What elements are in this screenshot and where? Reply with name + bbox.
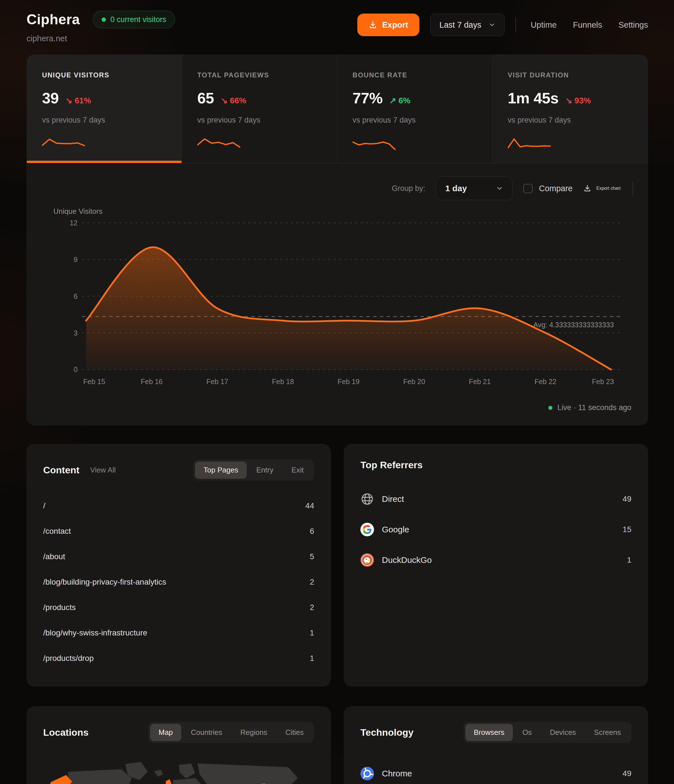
map-canada (68, 769, 132, 784)
map-iceland (154, 770, 163, 777)
referrer-count: 15 (623, 525, 631, 534)
download-icon (369, 20, 377, 29)
svg-text:Feb 18: Feb 18 (272, 378, 294, 386)
nav-uptime[interactable]: Uptime (531, 20, 557, 30)
locations-panel: Locations Map Countries Regions Cities (26, 706, 331, 784)
stat-value: 77% (353, 89, 383, 107)
page-path: /products/drop (43, 654, 94, 663)
svg-text:Feb 21: Feb 21 (469, 378, 491, 386)
date-range-select[interactable]: Last 7 days (430, 14, 505, 36)
stat-card-unique-visitors[interactable]: UNIQUE VISITORS 39 ↘ 61% vs previous 7 d… (27, 55, 182, 163)
svg-text:Feb 19: Feb 19 (337, 378, 360, 386)
referrer-row-duckduckgo[interactable]: DuckDuckGo 1 (360, 548, 631, 573)
tab-screens[interactable]: Screens (585, 724, 629, 741)
chrome-icon (360, 767, 374, 780)
stat-card-bounce-rate[interactable]: BOUNCE RATE 77% ↗ 6% vs previous 7 days (337, 55, 492, 163)
stat-card-visit-duration[interactable]: VISIT DURATION 1m 45s ↘ 93% vs previous … (492, 55, 648, 163)
svg-text:Feb 20: Feb 20 (403, 378, 426, 386)
page-row[interactable]: /blog/building-privacy-first-analytics2 (43, 569, 314, 595)
svg-text:6: 6 (74, 292, 78, 300)
header-left: Ciphera 0 current visitors ciphera.net (26, 11, 175, 43)
sparkline (42, 135, 85, 153)
chart-area[interactable]: 036912Avg: 4.333333333333333Unique Visit… (27, 202, 648, 400)
chart-controls: Group by: 1 day Compare Export chart (27, 163, 648, 202)
tab-os[interactable]: Os (514, 724, 540, 741)
stat-compare: vs previous 7 days (42, 116, 166, 124)
tab-countries[interactable]: Countries (182, 724, 231, 741)
live-indicator: Live · 11 seconds ago (27, 400, 648, 425)
top-nav: Uptime Funnels Settings (531, 20, 648, 30)
svg-text:Feb 22: Feb 22 (534, 378, 557, 386)
stat-label: TOTAL PAGEVIEWS (197, 71, 321, 79)
view-all-link[interactable]: View All (90, 466, 116, 474)
stat-label: VISIT DURATION (508, 71, 632, 79)
nav-funnels[interactable]: Funnels (573, 20, 602, 30)
page-path: /about (43, 552, 65, 561)
tab-top-pages[interactable]: Top Pages (195, 462, 247, 479)
export-chart-label: Export chart (596, 186, 621, 191)
tab-entry[interactable]: Entry (248, 462, 282, 479)
page-row[interactable]: /44 (43, 493, 314, 518)
content-tabs: Top Pages Entry Exit (193, 459, 314, 481)
current-visitors-label: 0 current visitors (110, 15, 166, 24)
page-row[interactable]: /products/drop1 (43, 646, 314, 671)
tab-cities[interactable]: Cities (277, 724, 312, 741)
export-button[interactable]: Export (357, 14, 419, 36)
browser-row-chrome[interactable]: Chrome 49 (360, 760, 631, 784)
page-count: 2 (310, 577, 314, 586)
header: Ciphera 0 current visitors ciphera.net E… (26, 11, 648, 43)
world-map[interactable] (43, 756, 314, 784)
page-count: 2 (310, 603, 314, 612)
referrers-title: Top Referrers (360, 459, 422, 470)
referrer-count: 49 (623, 495, 631, 504)
live-text: Live · 11 seconds ago (558, 403, 631, 412)
group-by-label: Group by: (392, 184, 426, 193)
page-count: 1 (310, 654, 314, 663)
sparkline (353, 135, 395, 153)
google-icon (360, 523, 374, 536)
header-divider (516, 17, 516, 33)
tab-regions[interactable]: Regions (232, 724, 276, 741)
nav-settings[interactable]: Settings (618, 20, 648, 30)
tab-browsers[interactable]: Browsers (466, 724, 513, 741)
map-scandinavia (179, 764, 195, 779)
svg-text:Feb 15: Feb 15 (83, 378, 105, 386)
svg-text:12: 12 (70, 219, 78, 227)
analytics-dashboard: Ciphera 0 current visitors ciphera.net E… (0, 0, 674, 784)
technology-panel: Technology Browsers Os Devices Screens (344, 706, 648, 784)
stat-value: 1m 45s (508, 89, 559, 107)
export-chart-button[interactable]: Export chart (583, 184, 621, 192)
tab-devices[interactable]: Devices (541, 724, 584, 741)
page-row[interactable]: /blog/why-swiss-infrastructure1 (43, 620, 314, 646)
tab-map[interactable]: Map (150, 724, 182, 741)
page-row[interactable]: /products2 (43, 595, 314, 620)
svg-text:Feb 16: Feb 16 (141, 378, 163, 386)
group-by-value: 1 day (445, 184, 467, 193)
referrer-row-google[interactable]: Google 15 (360, 517, 631, 542)
content-rows: /44 /contact6 /about5 /blog/building-pri… (43, 493, 314, 671)
svg-text:9: 9 (74, 255, 78, 263)
sparkline (197, 135, 240, 153)
stat-card-total-pageviews[interactable]: TOTAL PAGEVIEWS 65 ↘ 66% vs previous 7 d… (182, 55, 337, 163)
map-russia (197, 764, 298, 784)
stat-label: BOUNCE RATE (353, 71, 477, 79)
map-europe (173, 778, 204, 784)
referrer-count: 1 (627, 555, 631, 565)
browser-rows: Chrome 49 Firefox 15 (360, 760, 631, 784)
stat-delta: ↘ 61% (65, 96, 91, 105)
page-path: /products (43, 603, 76, 612)
tab-exit[interactable]: Exit (283, 462, 312, 479)
page-path: / (43, 501, 45, 510)
svg-text:Unique Visitors: Unique Visitors (53, 207, 102, 216)
site-title: Ciphera (26, 11, 80, 28)
page-row[interactable]: /about5 (43, 544, 314, 569)
referrer-row-direct[interactable]: Direct 49 (360, 486, 631, 512)
stats-row: UNIQUE VISITORS 39 ↘ 61% vs previous 7 d… (27, 55, 648, 163)
technology-title: Technology (360, 727, 413, 738)
content-title: Content (43, 465, 79, 476)
page-row[interactable]: /contact6 (43, 518, 314, 544)
page-count: 6 (310, 527, 314, 536)
compare-checkbox[interactable] (523, 184, 533, 193)
group-by-select[interactable]: 1 day (436, 176, 512, 200)
page-count: 5 (310, 552, 314, 561)
